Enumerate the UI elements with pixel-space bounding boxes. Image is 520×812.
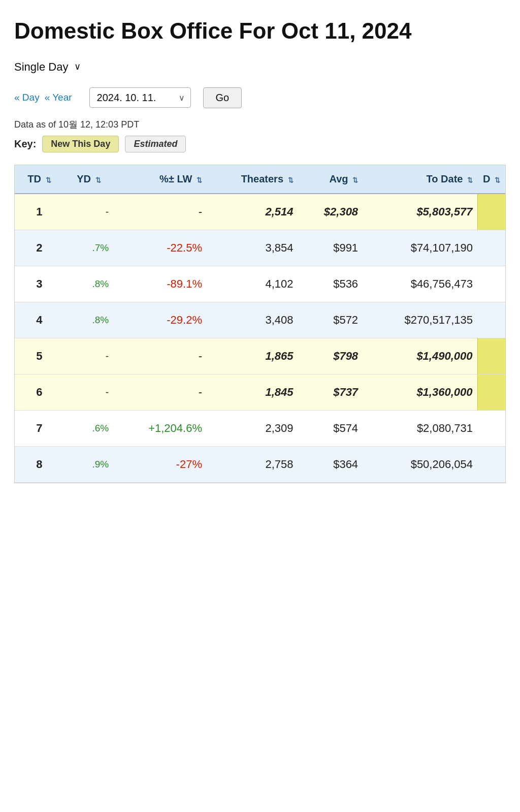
cell-yd: .7%: [64, 230, 114, 266]
cell-avg: $2,308: [299, 194, 364, 230]
col-header-theaters[interactable]: Theaters ⇅: [207, 165, 299, 194]
cell-d: [478, 374, 505, 410]
cell-pct-lw: +1,204.6%: [114, 410, 207, 446]
cell-yd: .6%: [64, 410, 114, 446]
sort-icon-yd: ⇅: [95, 176, 101, 184]
cell-td: 5: [15, 338, 64, 374]
page-title: Domestic Box Office For Oct 11, 2024: [14, 18, 506, 44]
cell-avg: $572: [299, 302, 364, 338]
cell-pct-lw: -89.1%: [114, 266, 207, 302]
view-mode-dropdown[interactable]: Single Day Weekly Monthly ∨: [14, 60, 81, 73]
cell-theaters: 2,758: [207, 446, 299, 482]
cell-to-date: $1,360,000: [363, 374, 478, 410]
col-header-avg[interactable]: Avg ⇅: [299, 165, 364, 194]
cell-avg: $574: [299, 410, 364, 446]
cell-yd: -: [64, 194, 114, 230]
cell-avg: $798: [299, 338, 364, 374]
table-row: 4.8%-29.2%3,408$572$270,517,135: [15, 302, 505, 338]
new-this-day-badge: New This Day: [42, 136, 119, 152]
cell-td: 6: [15, 374, 64, 410]
key-label: Key:: [14, 138, 36, 150]
col-header-td[interactable]: TD ⇅: [15, 165, 64, 194]
table-row: 5--1,865$798$1,490,000: [15, 338, 505, 374]
date-select[interactable]: 2024. 10. 11.: [89, 87, 191, 108]
cell-yd: .8%: [64, 266, 114, 302]
cell-d: [478, 410, 505, 446]
cell-yd: -: [64, 374, 114, 410]
cell-to-date: $50,206,054: [363, 446, 478, 482]
cell-td: 7: [15, 410, 64, 446]
estimated-badge: Estimated: [125, 136, 186, 152]
cell-pct-lw: -29.2%: [114, 302, 207, 338]
sort-icon-avg: ⇅: [352, 176, 358, 184]
cell-to-date: $1,490,000: [363, 338, 478, 374]
cell-d: [478, 266, 505, 302]
col-header-d[interactable]: D ⇅: [478, 165, 505, 194]
table-row: 7.6%+1,204.6%2,309$574$2,080,731: [15, 410, 505, 446]
cell-to-date: $270,517,135: [363, 302, 478, 338]
col-header-yd[interactable]: YD ⇅: [64, 165, 114, 194]
cell-to-date: $74,107,190: [363, 230, 478, 266]
cell-d: [478, 446, 505, 482]
cell-d: [478, 230, 505, 266]
cell-theaters: 4,102: [207, 266, 299, 302]
cell-theaters: 3,854: [207, 230, 299, 266]
table-row: 6--1,845$737$1,360,000: [15, 374, 505, 410]
cell-to-date: $46,756,473: [363, 266, 478, 302]
cell-td: 2: [15, 230, 64, 266]
cell-theaters: 2,309: [207, 410, 299, 446]
cell-yd: -: [64, 338, 114, 374]
go-button[interactable]: Go: [203, 87, 242, 108]
sort-icon-d: ⇅: [495, 176, 500, 184]
cell-avg: $364: [299, 446, 364, 482]
cell-to-date: $2,080,731: [363, 410, 478, 446]
sort-icon-to-date: ⇅: [467, 176, 473, 184]
sort-icon-pct-lw: ⇅: [197, 176, 202, 184]
cell-yd: .8%: [64, 302, 114, 338]
cell-d: [478, 338, 505, 374]
cell-pct-lw: -: [114, 338, 207, 374]
table-header-row: TD ⇅ YD ⇅ %± LW ⇅ Theaters ⇅: [15, 165, 505, 194]
prev-day-link[interactable]: « Day: [14, 92, 40, 103]
cell-avg: $737: [299, 374, 364, 410]
sort-icon-theaters: ⇅: [288, 176, 294, 184]
prev-year-link[interactable]: « Year: [45, 92, 72, 103]
cell-theaters: 3,408: [207, 302, 299, 338]
box-office-table: TD ⇅ YD ⇅ %± LW ⇅ Theaters ⇅: [15, 165, 505, 483]
cell-avg: $991: [299, 230, 364, 266]
cell-pct-lw: -: [114, 374, 207, 410]
cell-pct-lw: -22.5%: [114, 230, 207, 266]
sort-icon-td: ⇅: [46, 176, 51, 184]
cell-td: 4: [15, 302, 64, 338]
date-picker-wrapper[interactable]: 2024. 10. 11. ∨: [89, 87, 191, 108]
cell-pct-lw: -: [114, 194, 207, 230]
data-as-of: Data as of 10월 12, 12:03 PDT: [14, 118, 506, 131]
cell-yd: .9%: [64, 446, 114, 482]
cell-theaters: 2,514: [207, 194, 299, 230]
col-header-to-date[interactable]: To Date ⇅: [363, 165, 478, 194]
cell-pct-lw: -27%: [114, 446, 207, 482]
cell-td: 3: [15, 266, 64, 302]
table-row: 3.8%-89.1%4,102$536$46,756,473: [15, 266, 505, 302]
cell-to-date: $5,803,577: [363, 194, 478, 230]
key-row: Key: New This Day Estimated: [14, 136, 506, 152]
box-office-table-wrapper: TD ⇅ YD ⇅ %± LW ⇅ Theaters ⇅: [14, 165, 506, 483]
table-row: 2.7%-22.5%3,854$991$74,107,190: [15, 230, 505, 266]
table-row: 8.9%-27%2,758$364$50,206,054: [15, 446, 505, 482]
cell-avg: $536: [299, 266, 364, 302]
view-mode-select[interactable]: Single Day Weekly Monthly: [14, 60, 81, 73]
table-row: 1--2,514$2,308$5,803,577: [15, 194, 505, 230]
col-header-pct-lw[interactable]: %± LW ⇅: [114, 165, 207, 194]
cell-theaters: 1,865: [207, 338, 299, 374]
cell-td: 1: [15, 194, 64, 230]
cell-d: [478, 194, 505, 230]
cell-td: 8: [15, 446, 64, 482]
cell-d: [478, 302, 505, 338]
nav-links: « Day « Year: [14, 92, 77, 103]
cell-theaters: 1,845: [207, 374, 299, 410]
